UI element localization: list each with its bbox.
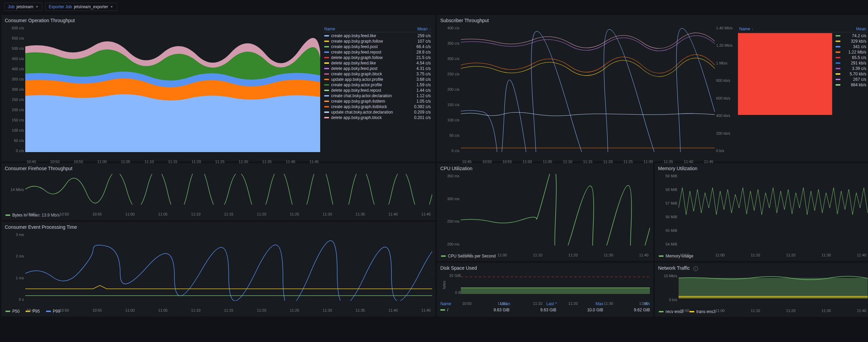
exporter-job-selector[interactable]: Exporter Job jetstream_exporter ▼ xyxy=(45,3,117,11)
svg-rect-1 xyxy=(461,288,650,294)
legend-item[interactable]: delete app.bsky.feed.like4.54 c/s xyxy=(323,60,432,66)
x-axis: 10:5011:0011:1011:2011:3011:40 xyxy=(461,301,650,306)
legend-header-mean[interactable]: Mean xyxy=(856,27,866,31)
legend-item[interactable]: create app.bsky.graph.listblock0.392 c/s xyxy=(323,104,432,109)
legend-item[interactable]: create app.bsky.actor.profile1.59 c/s xyxy=(323,82,432,88)
legend-item[interactable]: 291 kb/s xyxy=(834,60,868,66)
chart[interactable]: 600 c/s550 c/s500 c/s450 c/s400 c/s350 c… xyxy=(5,26,320,159)
svg-rect-4 xyxy=(679,296,868,298)
panel-memory-utilization[interactable]: Memory Utilization 59 MiB58 MiB57 MiB56 … xyxy=(655,163,868,261)
job-label: Job xyxy=(8,4,14,9)
y-axis: 3 ms2 ms1 ms0 s xyxy=(5,233,24,301)
legend-item[interactable]: Bytes In Mean: 13.9 Mb/s xyxy=(5,213,60,218)
legend-item[interactable]: create app.bsky.graph.block3.75 c/s xyxy=(323,71,432,77)
legend-item[interactable]: create app.bsky.feed.repost28.9 c/s xyxy=(323,49,432,55)
x-axis: 10:4510:5010:5511:0011:0511:1011:1511:20… xyxy=(461,159,715,164)
legend-item[interactable]: delete app.bsky.feed.repost1.44 c/s xyxy=(323,88,432,93)
chart[interactable]: 350 ms300 ms250 ms200 ms 10:5011:0011:10… xyxy=(440,174,650,252)
job-selector[interactable]: Job jetstream ▼ xyxy=(4,3,42,11)
legend-item[interactable]: update app.bsky.actor.profile3.68 c/s xyxy=(323,77,432,82)
legend-item[interactable]: 267 c/s xyxy=(834,77,868,82)
panel-title: Subscriber Throughput xyxy=(440,18,868,23)
svg-rect-3 xyxy=(679,278,868,298)
chevron-down-icon: ▼ xyxy=(110,5,113,9)
chart[interactable]: bytes 32 GiB0 B 10:5011:0011:1011:2011:3… xyxy=(440,273,650,301)
panel-subscriber-throughput[interactable]: Subscriber Throughput 400 c/s350 c/s300 … xyxy=(437,15,868,162)
job-value: jetstream xyxy=(16,4,33,9)
legend-header-name[interactable]: Name ↓ xyxy=(739,27,753,31)
panel-title: Consumer Firehose Throughput xyxy=(5,166,432,171)
y-axis-right: 1.40 Mb/s1.20 Mb/s1 Mb/s800 kb/s600 kb/s… xyxy=(716,26,735,153)
legend-item[interactable]: 1.22 Mb/s xyxy=(834,49,868,55)
y-axis-left: 400 c/s350 c/s300 c/s250 c/s200 c/s150 c… xyxy=(440,26,459,153)
legend-item[interactable]: 3.39 c/s xyxy=(834,66,868,71)
panel-consumer-event-processing-time[interactable]: Consumer Event Processing Time 3 ms2 ms1… xyxy=(1,222,436,316)
panel-title: Disk Space Used xyxy=(440,265,650,271)
legend-item[interactable]: create app.bsky.feed.like259 c/s xyxy=(323,33,432,39)
chart[interactable]: 10 Mb/s0 b/s 10:5011:0011:1011:2011:3011… xyxy=(658,274,868,308)
y-axis: 32 GiB0 B xyxy=(440,273,461,295)
legend-header-mean[interactable]: Mean ↓ xyxy=(417,27,431,31)
legend-item[interactable]: create app.bsky.graph.follow107 c/s xyxy=(323,39,432,44)
panel-consumer-operation-throughput[interactable]: Consumer Operation Throughput 600 c/s550… xyxy=(1,15,436,162)
legend-item[interactable]: update chat.bsky.actor.declaration0.209 … xyxy=(323,109,432,115)
legend-item[interactable]: delete app.bsky.graph.block0.201 c/s xyxy=(323,115,432,120)
col-name[interactable]: Name xyxy=(440,301,464,306)
x-axis: 10:5011:0011:1011:2011:3011:40 xyxy=(461,252,650,257)
x-axis: 10:4510:5010:5511:0011:0511:1011:1511:20… xyxy=(25,159,320,164)
panel-title: Memory Utilization xyxy=(658,166,868,171)
chart[interactable]: 3 ms2 ms1 ms0 s 10:4510:5010:5511:0011:0… xyxy=(5,233,432,308)
y-axis: 600 c/s550 c/s500 c/s450 c/s400 c/s350 c… xyxy=(5,26,24,153)
y-axis: 59 MiB58 MiB57 MiB56 MiB55 MiB54 MiB xyxy=(658,174,677,246)
table-row[interactable]: / 9.63 GiB 9.63 GiB 10.0 GiB 9.62 GiB xyxy=(440,307,650,313)
panel-disk-space-used[interactable]: Disk Space Used bytes 32 GiB0 B 10:5011:… xyxy=(437,263,653,317)
x-axis: 10:4510:5010:5511:0011:0511:1011:1511:20… xyxy=(25,211,432,216)
legend-item[interactable]: create chat.bsky.actor.declaration1.12 c… xyxy=(323,93,432,99)
panel-cpu-utilization[interactable]: CPU Utilization 350 ms300 ms250 ms200 ms… xyxy=(437,163,653,261)
legend-header-name[interactable]: Name xyxy=(324,27,335,31)
legend-item[interactable]: 884 kb/s xyxy=(834,82,868,88)
legend: Name ↓ Mean 74.2 c/s329 kb/s341 c/s1.22 … xyxy=(738,26,868,159)
legend-item-p50[interactable]: P50 xyxy=(5,309,19,314)
exporter-value: jetstream_exporter xyxy=(74,4,108,9)
chevron-down-icon: ▼ xyxy=(35,5,39,9)
redacted-region xyxy=(738,33,832,115)
legend: Name Mean ↓ create app.bsky.feed.like259… xyxy=(323,26,432,159)
legend-item[interactable]: 5.70 kb/s xyxy=(834,71,868,77)
panel-title: Consumer Operation Throughput xyxy=(5,18,432,23)
chart[interactable]: 400 c/s350 c/s300 c/s250 c/s200 c/s150 c… xyxy=(440,26,735,159)
legend-item[interactable]: delete app.bsky.graph.follow21.5 c/s xyxy=(323,55,432,60)
panel-title: Network Traffic i xyxy=(658,265,868,271)
legend-item[interactable]: 329 kb/s xyxy=(834,39,868,44)
legend-item[interactable]: create app.bsky.feed.post66.4 c/s xyxy=(323,44,432,49)
x-axis: 10:5011:0011:1011:2011:3011:40 xyxy=(679,308,868,313)
y-axis: 10 Mb/s0 b/s xyxy=(658,274,677,302)
x-axis: 10:5011:0011:1011:2011:3011:40 xyxy=(679,252,868,257)
panel-title: Consumer Event Processing Time xyxy=(5,224,432,230)
legend-item[interactable]: 74.2 c/s xyxy=(834,33,868,39)
chart[interactable]: 14 Mb/s 10:4510:5010:5511:0011:0511:1011… xyxy=(5,174,432,211)
variable-toolbar: Job jetstream ▼ Exporter Job jetstream_e… xyxy=(1,1,867,12)
legend-item[interactable]: 65.5 c/s xyxy=(834,55,868,60)
info-icon[interactable]: i xyxy=(693,266,698,271)
exporter-label: Exporter Job xyxy=(49,4,72,9)
panel-network-traffic[interactable]: Network Traffic i 10 Mb/s0 b/s 10:5011:0… xyxy=(655,263,868,317)
legend-item[interactable]: create app.bsky.graph.listitem1.05 c/s xyxy=(323,99,432,104)
legend-item[interactable]: 341 c/s xyxy=(834,44,868,49)
panel-consumer-firehose-throughput[interactable]: Consumer Firehose Throughput 14 Mb/s 10:… xyxy=(1,163,436,220)
y-axis: 14 Mb/s xyxy=(5,174,24,205)
legend-item[interactable]: delete app.bsky.feed.post4.31 c/s xyxy=(323,66,432,71)
x-axis: 10:4510:5010:5511:0011:0511:1011:1511:20… xyxy=(25,308,432,312)
y-axis: 350 ms300 ms250 ms200 ms xyxy=(440,174,459,246)
panel-title: CPU Utilization xyxy=(440,166,650,171)
chart[interactable]: 59 MiB58 MiB57 MiB56 MiB55 MiB54 MiB 10:… xyxy=(658,174,868,252)
